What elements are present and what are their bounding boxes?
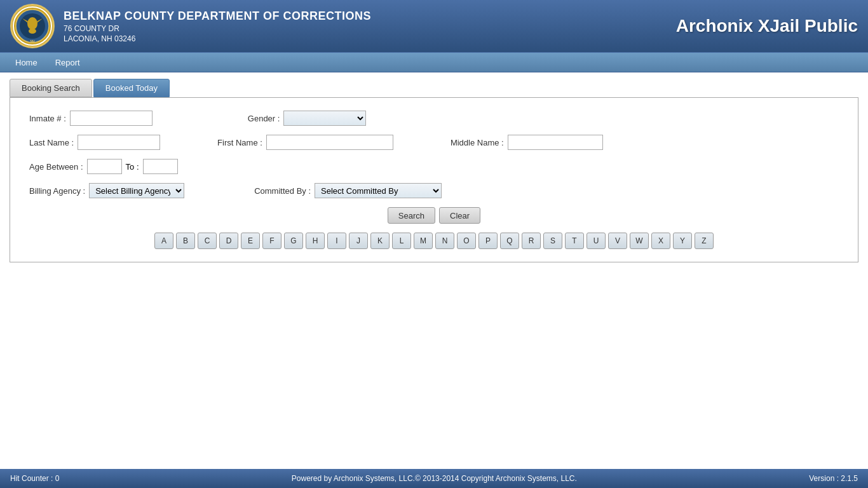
- alpha-btn-m[interactable]: M: [414, 233, 433, 249]
- alpha-btn-f[interactable]: F: [262, 233, 281, 249]
- alpha-btn-v[interactable]: V: [608, 233, 627, 249]
- footer: Hit Counter : 0 Powered by Archonix Syst…: [0, 469, 868, 488]
- alpha-btn-d[interactable]: D: [219, 233, 238, 249]
- committed-select[interactable]: Select Committed By: [315, 183, 442, 198]
- svg-point-3: [27, 17, 37, 30]
- alpha-btn-k[interactable]: K: [370, 233, 390, 249]
- middlename-label: Middle Name :: [451, 138, 504, 147]
- form-area: Inmate # : Gender : Male Female Last Nam…: [10, 97, 858, 262]
- form-row-1: Inmate # : Gender : Male Female: [29, 111, 839, 126]
- navigation: Home Report: [0, 52, 868, 72]
- alpha-btn-g[interactable]: G: [284, 233, 303, 249]
- inmate-label: Inmate # :: [29, 114, 66, 123]
- lastname-input[interactable]: [78, 135, 160, 150]
- age-to-label: To :: [126, 162, 139, 172]
- billing-label: Billing Agency :: [29, 186, 85, 196]
- firstname-input[interactable]: [266, 135, 393, 150]
- gender-select[interactable]: Male Female: [283, 111, 366, 126]
- form-row-4: Billing Agency : Select Billing Agency C…: [29, 183, 839, 198]
- alpha-btn-y[interactable]: Y: [673, 233, 692, 249]
- hit-counter: Hit Counter : 0: [10, 474, 59, 483]
- form-row-2: Last Name : First Name : Middle Name :: [29, 135, 839, 150]
- age-from-input[interactable]: [87, 159, 122, 174]
- dept-address-line1: 76 COUNTY DR: [64, 24, 676, 33]
- alpha-btn-n[interactable]: N: [435, 233, 454, 249]
- dept-name: BELKNAP COUNTY DEPARTMENT OF CORRECTIONS: [64, 10, 676, 23]
- alphabet-row: ABCDEFGHIJKLMNOPQRSTUVWXYZ: [29, 233, 839, 249]
- footer-powered-by: Powered by Archonix Systems, LLC.© 2013-…: [59, 474, 809, 483]
- nav-home[interactable]: Home: [6, 55, 46, 70]
- gender-group: Gender : Male Female: [248, 111, 367, 126]
- alpha-btn-h[interactable]: H: [306, 233, 325, 249]
- buttons-row: Search Clear: [29, 207, 839, 224]
- firstname-label: First Name :: [217, 138, 262, 147]
- alpha-btn-e[interactable]: E: [241, 233, 260, 249]
- clear-button[interactable]: Clear: [439, 207, 480, 224]
- alpha-btn-c[interactable]: C: [198, 233, 217, 249]
- tabs: Booking Search Booked Today: [10, 79, 858, 97]
- alpha-btn-x[interactable]: X: [651, 233, 670, 249]
- tab-booked-today[interactable]: Booked Today: [93, 79, 170, 97]
- alpha-btn-q[interactable]: Q: [500, 233, 519, 249]
- header: NH BELKNAP COUNTY DEPARTMENT OF CORRECTI…: [0, 0, 868, 52]
- inmate-input[interactable]: [70, 111, 153, 126]
- tab-booking-search[interactable]: Booking Search: [10, 79, 92, 97]
- alpha-btn-p[interactable]: P: [478, 233, 498, 249]
- seal-icon: NH: [12, 6, 53, 46]
- alpha-btn-s[interactable]: S: [543, 233, 562, 249]
- billing-group: Billing Agency : Select Billing Agency: [29, 183, 184, 198]
- firstname-group: First Name :: [217, 135, 393, 150]
- alpha-btn-t[interactable]: T: [565, 233, 584, 249]
- dept-address-line2: LACONIA, NH 03246: [64, 34, 676, 43]
- age-to-input[interactable]: [143, 159, 178, 174]
- middlename-input[interactable]: [508, 135, 603, 150]
- nav-report[interactable]: Report: [46, 55, 89, 70]
- svg-point-4: [29, 29, 36, 34]
- alpha-btn-r[interactable]: R: [522, 233, 541, 249]
- billing-select[interactable]: Select Billing Agency: [89, 183, 184, 198]
- gender-label: Gender :: [248, 114, 280, 123]
- alpha-btn-l[interactable]: L: [392, 233, 411, 249]
- svg-text:NH: NH: [30, 39, 35, 43]
- alpha-btn-j[interactable]: J: [349, 233, 368, 249]
- alpha-btn-a[interactable]: A: [154, 233, 173, 249]
- search-button[interactable]: Search: [388, 207, 435, 224]
- committed-group: Committed By : Select Committed By: [254, 183, 442, 198]
- age-group: Age Between : To :: [29, 159, 178, 174]
- logo: NH: [10, 4, 55, 48]
- alpha-btn-z[interactable]: Z: [695, 233, 714, 249]
- alpha-btn-b[interactable]: B: [176, 233, 195, 249]
- alpha-btn-w[interactable]: W: [630, 233, 649, 249]
- inmate-group: Inmate # :: [29, 111, 153, 126]
- brand-title: Archonix XJail Public: [676, 16, 858, 36]
- alpha-btn-u[interactable]: U: [587, 233, 606, 249]
- form-row-3: Age Between : To :: [29, 159, 839, 174]
- age-between-label: Age Between :: [29, 162, 83, 172]
- alpha-btn-o[interactable]: O: [457, 233, 476, 249]
- lastname-group: Last Name :: [29, 135, 160, 150]
- middlename-group: Middle Name :: [451, 135, 603, 150]
- lastname-label: Last Name :: [29, 138, 74, 147]
- header-text: BELKNAP COUNTY DEPARTMENT OF CORRECTIONS…: [64, 10, 676, 43]
- alpha-btn-i[interactable]: I: [327, 233, 346, 249]
- committed-label: Committed By :: [254, 186, 311, 196]
- footer-version: Version : 2.1.5: [809, 474, 858, 483]
- main-content: Booking Search Booked Today Inmate # : G…: [0, 72, 868, 447]
